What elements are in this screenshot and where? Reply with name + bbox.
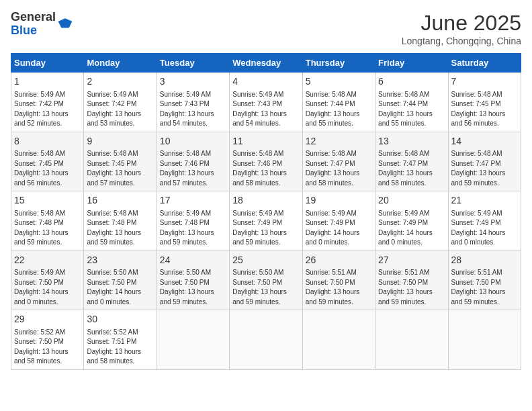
calendar-cell: 9Sunrise: 5:48 AM Sunset: 7:45 PM Daylig…	[84, 132, 157, 191]
day-number: 26	[306, 254, 372, 267]
day-number: 9	[87, 135, 153, 148]
day-number: 10	[160, 135, 226, 148]
calendar-cell: 2Sunrise: 5:49 AM Sunset: 7:42 PM Daylig…	[84, 73, 157, 132]
day-number: 1	[14, 75, 81, 89]
calendar-cell: 11Sunrise: 5:48 AM Sunset: 7:46 PM Dayli…	[230, 132, 302, 191]
calendar-cell: 26Sunrise: 5:51 AM Sunset: 7:50 PM Dayli…	[302, 250, 375, 310]
day-number: 4	[232, 75, 299, 89]
calendar-cell: 6Sunrise: 5:48 AM Sunset: 7:44 PM Daylig…	[375, 73, 448, 132]
calendar-cell: 21Sunrise: 5:49 AM Sunset: 7:49 PM Dayli…	[448, 191, 521, 251]
page-header: General Blue June 2025 Longtang, Chongqi…	[11, 11, 521, 46]
day-number: 19	[306, 194, 372, 208]
day-info: Sunrise: 5:51 AM Sunset: 7:50 PM Dayligh…	[306, 268, 372, 307]
day-info: Sunrise: 5:50 AM Sunset: 7:50 PM Dayligh…	[87, 268, 153, 307]
day-info: Sunrise: 5:52 AM Sunset: 7:51 PM Dayligh…	[87, 328, 153, 367]
day-info: Sunrise: 5:49 AM Sunset: 7:43 PM Dayligh…	[160, 90, 226, 129]
calendar-cell: 7Sunrise: 5:48 AM Sunset: 7:45 PM Daylig…	[448, 73, 521, 132]
calendar-cell: 22Sunrise: 5:49 AM Sunset: 7:50 PM Dayli…	[11, 250, 84, 310]
day-info: Sunrise: 5:51 AM Sunset: 7:50 PM Dayligh…	[378, 268, 445, 307]
calendar-cell	[230, 310, 302, 370]
day-number: 2	[87, 75, 153, 89]
logo-icon	[57, 16, 73, 32]
day-info: Sunrise: 5:50 AM Sunset: 7:50 PM Dayligh…	[232, 268, 299, 307]
day-info: Sunrise: 5:48 AM Sunset: 7:45 PM Dayligh…	[451, 90, 518, 129]
day-info: Sunrise: 5:48 AM Sunset: 7:44 PM Dayligh…	[306, 90, 372, 129]
day-info: Sunrise: 5:49 AM Sunset: 7:50 PM Dayligh…	[14, 268, 81, 307]
calendar-cell: 12Sunrise: 5:48 AM Sunset: 7:47 PM Dayli…	[302, 132, 375, 191]
calendar-cell: 23Sunrise: 5:50 AM Sunset: 7:50 PM Dayli…	[84, 250, 157, 310]
title-block: June 2025 Longtang, Chongqing, China	[402, 11, 521, 46]
svg-marker-0	[58, 18, 73, 28]
location-subtitle: Longtang, Chongqing, China	[402, 36, 521, 46]
logo-blue-text: Blue	[11, 24, 37, 37]
calendar-cell: 19Sunrise: 5:49 AM Sunset: 7:49 PM Dayli…	[302, 191, 375, 251]
logo-general-text: General	[11, 10, 56, 24]
day-number: 12	[306, 135, 372, 148]
calendar-cell: 28Sunrise: 5:51 AM Sunset: 7:50 PM Dayli…	[448, 250, 521, 310]
day-info: Sunrise: 5:48 AM Sunset: 7:48 PM Dayligh…	[14, 209, 81, 248]
day-number: 29	[14, 313, 81, 326]
day-number: 14	[451, 135, 518, 148]
calendar-cell: 18Sunrise: 5:49 AM Sunset: 7:49 PM Dayli…	[230, 191, 302, 251]
calendar-cell: 15Sunrise: 5:48 AM Sunset: 7:48 PM Dayli…	[11, 191, 84, 251]
day-info: Sunrise: 5:49 AM Sunset: 7:42 PM Dayligh…	[14, 90, 81, 129]
weekday-header-monday: Monday	[84, 54, 157, 73]
day-number: 8	[14, 135, 81, 148]
day-number: 16	[87, 194, 153, 208]
calendar-cell: 10Sunrise: 5:48 AM Sunset: 7:46 PM Dayli…	[157, 132, 229, 191]
day-info: Sunrise: 5:49 AM Sunset: 7:49 PM Dayligh…	[378, 209, 445, 248]
day-info: Sunrise: 5:49 AM Sunset: 7:49 PM Dayligh…	[451, 209, 518, 248]
calendar-cell: 14Sunrise: 5:48 AM Sunset: 7:47 PM Dayli…	[448, 132, 521, 191]
calendar-cell	[157, 310, 229, 370]
day-number: 18	[232, 194, 299, 208]
calendar-cell: 25Sunrise: 5:50 AM Sunset: 7:50 PM Dayli…	[230, 250, 302, 310]
day-info: Sunrise: 5:48 AM Sunset: 7:44 PM Dayligh…	[378, 90, 445, 129]
day-number: 6	[378, 75, 445, 89]
day-number: 20	[378, 194, 445, 208]
calendar-cell: 17Sunrise: 5:49 AM Sunset: 7:48 PM Dayli…	[157, 191, 229, 251]
day-info: Sunrise: 5:49 AM Sunset: 7:43 PM Dayligh…	[232, 90, 299, 129]
day-info: Sunrise: 5:51 AM Sunset: 7:50 PM Dayligh…	[451, 268, 518, 307]
day-number: 17	[160, 194, 226, 208]
weekday-header-wednesday: Wednesday	[230, 54, 302, 73]
month-year-title: June 2025	[402, 11, 521, 36]
day-number: 13	[378, 135, 445, 148]
day-number: 27	[378, 254, 445, 267]
logo: General Blue	[11, 11, 73, 38]
calendar-cell	[448, 310, 521, 370]
calendar-cell	[302, 310, 375, 370]
day-number: 24	[160, 254, 226, 267]
day-info: Sunrise: 5:48 AM Sunset: 7:46 PM Dayligh…	[160, 149, 226, 188]
day-info: Sunrise: 5:48 AM Sunset: 7:45 PM Dayligh…	[87, 149, 153, 188]
calendar-table: SundayMondayTuesdayWednesdayThursdayFrid…	[11, 53, 521, 370]
calendar-cell: 30Sunrise: 5:52 AM Sunset: 7:51 PM Dayli…	[84, 310, 157, 370]
calendar-cell: 3Sunrise: 5:49 AM Sunset: 7:43 PM Daylig…	[157, 73, 229, 132]
day-number: 28	[451, 254, 518, 267]
day-number: 30	[87, 313, 153, 326]
day-info: Sunrise: 5:49 AM Sunset: 7:48 PM Dayligh…	[160, 209, 226, 248]
calendar-cell: 27Sunrise: 5:51 AM Sunset: 7:50 PM Dayli…	[375, 250, 448, 310]
day-info: Sunrise: 5:49 AM Sunset: 7:49 PM Dayligh…	[306, 209, 372, 248]
day-info: Sunrise: 5:52 AM Sunset: 7:50 PM Dayligh…	[14, 328, 81, 367]
day-number: 23	[87, 254, 153, 267]
weekday-header-tuesday: Tuesday	[157, 54, 229, 73]
day-number: 22	[14, 254, 81, 267]
day-info: Sunrise: 5:48 AM Sunset: 7:47 PM Dayligh…	[451, 149, 518, 188]
calendar-cell: 4Sunrise: 5:49 AM Sunset: 7:43 PM Daylig…	[230, 73, 302, 132]
weekday-header-saturday: Saturday	[448, 54, 521, 73]
calendar-cell: 29Sunrise: 5:52 AM Sunset: 7:50 PM Dayli…	[11, 310, 84, 370]
day-number: 3	[160, 75, 226, 89]
day-info: Sunrise: 5:49 AM Sunset: 7:49 PM Dayligh…	[232, 209, 299, 248]
day-info: Sunrise: 5:48 AM Sunset: 7:45 PM Dayligh…	[14, 149, 81, 188]
calendar-cell: 1Sunrise: 5:49 AM Sunset: 7:42 PM Daylig…	[11, 73, 84, 132]
weekday-header-friday: Friday	[375, 54, 448, 73]
weekday-header-sunday: Sunday	[11, 54, 84, 73]
day-info: Sunrise: 5:49 AM Sunset: 7:42 PM Dayligh…	[87, 90, 153, 129]
day-info: Sunrise: 5:48 AM Sunset: 7:47 PM Dayligh…	[306, 149, 372, 188]
calendar-cell: 20Sunrise: 5:49 AM Sunset: 7:49 PM Dayli…	[375, 191, 448, 251]
calendar-cell: 8Sunrise: 5:48 AM Sunset: 7:45 PM Daylig…	[11, 132, 84, 191]
calendar-cell: 5Sunrise: 5:48 AM Sunset: 7:44 PM Daylig…	[302, 73, 375, 132]
day-number: 11	[232, 135, 299, 148]
day-info: Sunrise: 5:48 AM Sunset: 7:46 PM Dayligh…	[232, 149, 299, 188]
day-number: 15	[14, 194, 81, 208]
